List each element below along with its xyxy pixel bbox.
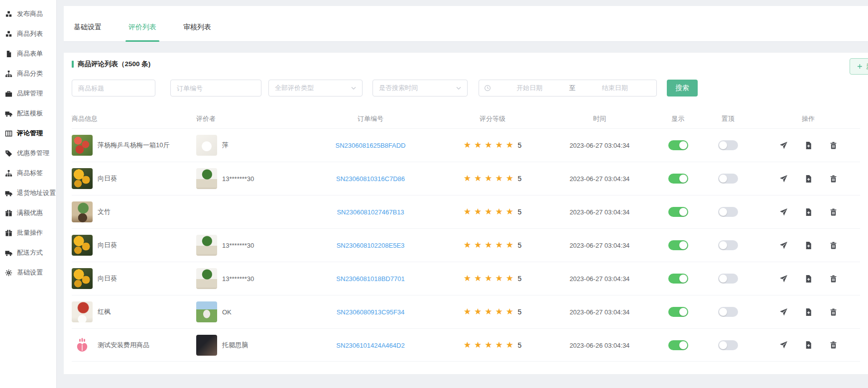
- sidebar-item-basic-settings[interactable]: 基础设置: [0, 263, 56, 283]
- sidebar-item-product-form[interactable]: 商品表单: [0, 44, 56, 64]
- dog-grass-avatar: [196, 301, 217, 322]
- sidebar-item-product-list[interactable]: 商品列表: [0, 24, 56, 44]
- pin-toggle[interactable]: [718, 207, 738, 217]
- rating-stars: ★★★★★: [464, 207, 513, 216]
- show-toggle[interactable]: [668, 207, 688, 217]
- product-title: 向日葵: [98, 174, 117, 183]
- star-icon: ★: [464, 241, 471, 249]
- send-icon[interactable]: [779, 141, 788, 150]
- star-icon: ★: [506, 241, 513, 249]
- rating-type-select[interactable]: 全部评价类型: [268, 80, 363, 97]
- reviewer-name: 13*******30: [222, 175, 254, 183]
- sidebar-item-shipping-template[interactable]: 配送模板: [0, 103, 56, 123]
- sitemap-icon: [5, 170, 12, 177]
- trash-icon[interactable]: [829, 141, 838, 150]
- sidebar-item-brand-manage[interactable]: 品牌管理: [0, 84, 56, 103]
- rating-stars: ★★★★★: [464, 307, 513, 316]
- pin-toggle[interactable]: [718, 174, 738, 184]
- order-no-link[interactable]: SN2306081027467B13: [337, 208, 404, 216]
- order-no-link[interactable]: SN2306081625B8FADD: [336, 142, 406, 149]
- order-no-input[interactable]: [170, 80, 261, 97]
- sidebar-item-product-category[interactable]: 商品分类: [0, 64, 56, 84]
- review-time: 2023-06-27 03:04:34: [570, 208, 630, 216]
- order-no-link[interactable]: SN2306081018BD7701: [336, 275, 404, 283]
- send-icon[interactable]: [779, 208, 788, 216]
- rating-stars: ★★★★★: [464, 174, 513, 183]
- trash-icon[interactable]: [829, 175, 838, 183]
- file-add-icon[interactable]: [804, 208, 813, 216]
- order-no-link[interactable]: SN2306080913C95F34: [337, 308, 405, 316]
- table-row: 萍杨梅乒乓杨梅一箱10斤 萍 SN2306081625B8FADD ★★★★★ …: [72, 128, 860, 162]
- sidebar-item-shipping-method[interactable]: 配送方式: [0, 243, 56, 263]
- sidebar: 发布商品商品列表商品表单商品分类品牌管理配送模板评论管理优惠券管理商品标签退货地…: [0, 0, 57, 388]
- sidebar-item-publish-product[interactable]: 发布商品: [0, 4, 56, 24]
- sidebar-item-coupon-manage[interactable]: 优惠券管理: [0, 143, 56, 163]
- pin-toggle[interactable]: [718, 274, 738, 284]
- plant-pot-avatar: [196, 268, 217, 289]
- table-row: 向日葵 13*******30 SN2306081018BD7701 ★★★★★…: [72, 262, 860, 295]
- trash-icon[interactable]: [829, 341, 838, 349]
- show-toggle[interactable]: [668, 274, 688, 284]
- show-toggle[interactable]: [668, 174, 688, 184]
- trash-icon[interactable]: [829, 308, 838, 316]
- star-icon: ★: [485, 307, 492, 316]
- pin-toggle[interactable]: [718, 140, 738, 150]
- send-icon[interactable]: [779, 341, 788, 349]
- reviewer-name: 13*******30: [222, 242, 254, 249]
- add-new-button[interactable]: 新: [850, 58, 868, 75]
- chevron-down-icon: [350, 85, 357, 92]
- sidebar-item-label: 商品列表: [17, 29, 43, 38]
- sidebar-item-label: 品牌管理: [17, 89, 43, 98]
- sidebar-item-label: 退货地址设置: [17, 189, 56, 197]
- reviewer-name: 托腮思脑: [222, 341, 248, 350]
- trash-icon[interactable]: [829, 275, 838, 283]
- show-toggle[interactable]: [668, 140, 688, 150]
- file-add-icon[interactable]: [804, 175, 813, 183]
- tab-review-list[interactable]: 评价列表: [125, 23, 159, 41]
- order-no-link[interactable]: SN2306101424A464D2: [336, 342, 404, 349]
- send-icon[interactable]: [779, 175, 788, 183]
- end-date-field[interactable]: 结束日期: [579, 84, 652, 93]
- send-icon[interactable]: [779, 275, 788, 283]
- pin-toggle[interactable]: [718, 307, 738, 317]
- send-icon[interactable]: [779, 308, 788, 316]
- maple-photo: [72, 301, 93, 322]
- pin-toggle[interactable]: [718, 240, 738, 250]
- show-toggle[interactable]: [668, 240, 688, 250]
- sidebar-item-full-discount[interactable]: 满额优惠: [0, 203, 56, 223]
- star-icon: ★: [506, 141, 513, 149]
- sidebar-item-product-tags[interactable]: 商品标签: [0, 163, 56, 183]
- tab-audit-list[interactable]: 审核列表: [180, 23, 214, 41]
- sidebar-item-comment-manage[interactable]: 评论管理: [0, 123, 56, 143]
- file-add-icon[interactable]: [804, 341, 813, 349]
- tab-basic-settings[interactable]: 基础设置: [71, 23, 105, 41]
- dark-portrait-avatar: [196, 335, 217, 356]
- pin-toggle[interactable]: [718, 340, 738, 350]
- date-range-picker[interactable]: 开始日期 至 结束日期: [479, 80, 657, 97]
- trash-icon[interactable]: [829, 241, 838, 250]
- search-button[interactable]: 搜索: [667, 80, 698, 97]
- show-toggle[interactable]: [668, 307, 688, 317]
- order-no-link[interactable]: SN23060810316C7D86: [336, 175, 405, 183]
- review-time: 2023-06-27 03:04:34: [570, 275, 630, 283]
- show-toggle[interactable]: [668, 340, 688, 350]
- sidebar-item-batch-operation[interactable]: 批量操作: [0, 223, 56, 243]
- file-add-icon[interactable]: [804, 308, 813, 316]
- column-header: 评分等级: [443, 114, 542, 123]
- column-header: 时间: [542, 114, 657, 123]
- star-icon: ★: [474, 207, 482, 216]
- start-date-field[interactable]: 开始日期: [493, 84, 566, 93]
- sidebar-item-return-address[interactable]: 退货地址设置: [0, 183, 56, 203]
- sidebar-item-label: 批量操作: [17, 228, 43, 237]
- file-add-icon[interactable]: [804, 275, 813, 283]
- send-icon[interactable]: [779, 241, 788, 250]
- trash-icon[interactable]: [829, 208, 838, 216]
- file-add-icon[interactable]: [804, 241, 813, 250]
- rabbit-cartoon-avatar: [196, 135, 217, 156]
- product-title-input[interactable]: [72, 80, 155, 97]
- rating-value: 5: [517, 341, 521, 349]
- time-search-select[interactable]: 是否搜索时间: [372, 80, 468, 97]
- row-actions: [756, 341, 860, 349]
- order-no-link[interactable]: SN230608102208E5E3: [337, 242, 405, 249]
- file-add-icon[interactable]: [804, 141, 813, 150]
